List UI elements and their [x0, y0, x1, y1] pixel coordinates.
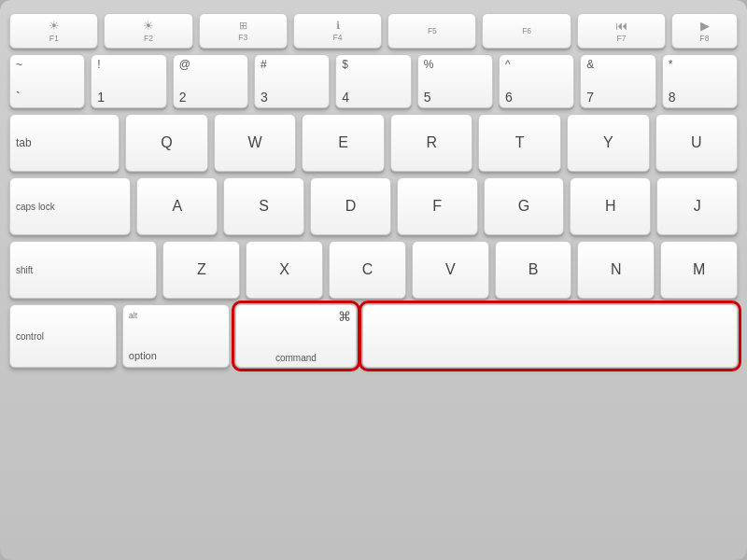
key-j[interactable]: J: [656, 177, 738, 235]
key-7[interactable]: & 7: [580, 54, 655, 108]
key-spacebar[interactable]: [362, 304, 738, 368]
key-f5[interactable]: F5: [388, 13, 476, 49]
key-b[interactable]: B: [495, 241, 572, 299]
key-u[interactable]: U: [655, 114, 739, 172]
key-option[interactable]: alt option: [122, 304, 230, 368]
key-3[interactable]: # 3: [254, 54, 330, 108]
key-f6[interactable]: F6: [482, 13, 571, 49]
key-q[interactable]: Q: [125, 114, 208, 172]
option-top-label: alt: [129, 311, 157, 320]
command-label: command: [275, 353, 317, 363]
key-backtick[interactable]: ~ `: [9, 54, 85, 108]
key-n[interactable]: N: [577, 241, 655, 299]
key-m[interactable]: M: [660, 241, 738, 299]
key-caps[interactable]: caps lock: [9, 177, 131, 235]
key-x[interactable]: X: [246, 241, 323, 299]
key-control[interactable]: control: [9, 304, 117, 368]
key-s[interactable]: S: [223, 177, 304, 235]
number-row: ~ ` ! 1 @ 2 # 3 $ 4: [9, 54, 738, 108]
bottom-row: control alt option ⌘ command: [9, 304, 738, 368]
key-1[interactable]: ! 1: [91, 54, 166, 108]
key-w[interactable]: W: [214, 114, 297, 172]
key-f[interactable]: F: [397, 177, 478, 235]
option-bottom-label: option: [129, 350, 157, 361]
key-y[interactable]: Y: [567, 114, 650, 172]
key-f3[interactable]: ⊞ F3: [199, 13, 288, 49]
key-v[interactable]: V: [412, 241, 489, 299]
command-icon: ⌘: [338, 309, 351, 324]
key-shift-left[interactable]: shift: [9, 241, 157, 299]
key-command[interactable]: ⌘ command: [235, 304, 357, 368]
key-5[interactable]: % 5: [417, 54, 493, 108]
key-8[interactable]: * 8: [662, 54, 738, 108]
asdf-row: caps lock A S D F G H J: [9, 177, 738, 235]
fn-row: ☀ F1 ☀ F2 ⊞ F3 ℹ F4 F5: [9, 13, 738, 49]
key-e[interactable]: E: [302, 114, 385, 172]
key-2[interactable]: @ 2: [173, 54, 248, 108]
key-a[interactable]: A: [136, 177, 218, 235]
key-t[interactable]: T: [478, 114, 561, 172]
key-4[interactable]: $ 4: [335, 54, 411, 108]
keyboard: ☀ F1 ☀ F2 ⊞ F3 ℹ F4 F5: [0, 0, 747, 560]
key-d[interactable]: D: [310, 177, 391, 235]
key-f1[interactable]: ☀ F1: [9, 13, 98, 49]
key-f7[interactable]: ⏮ F7: [577, 13, 666, 49]
key-f2[interactable]: ☀ F2: [104, 13, 192, 49]
key-c[interactable]: C: [329, 241, 406, 299]
qwerty-row: tab Q W E R T Y U: [9, 114, 738, 172]
key-tab[interactable]: tab: [9, 114, 120, 172]
key-h[interactable]: H: [570, 177, 651, 235]
key-z[interactable]: Z: [162, 241, 240, 299]
key-f8[interactable]: ▶ F8: [671, 13, 738, 49]
key-g[interactable]: G: [484, 177, 565, 235]
key-6[interactable]: ^ 6: [499, 54, 574, 108]
zxcv-row: shift Z X C V B N M: [9, 241, 738, 299]
key-f4[interactable]: ℹ F4: [293, 13, 382, 49]
key-r[interactable]: R: [390, 114, 473, 172]
